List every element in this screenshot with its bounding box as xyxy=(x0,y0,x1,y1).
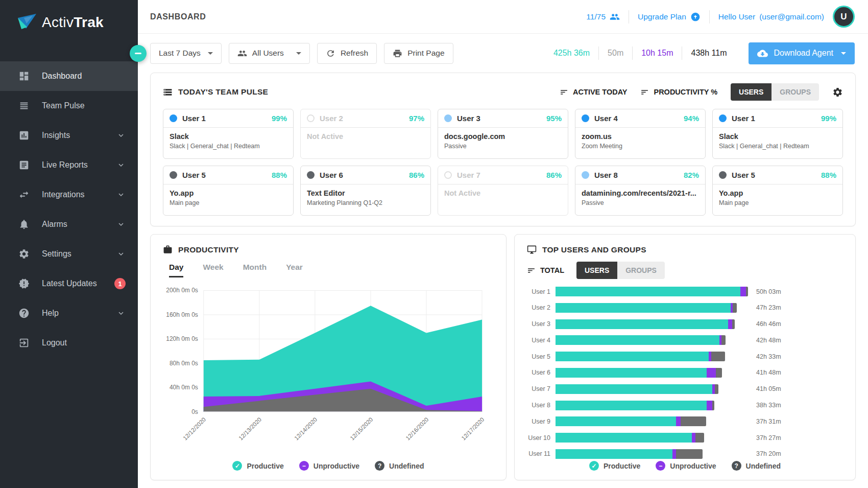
divider xyxy=(709,10,710,24)
sidebar-item-label: Team Pulse xyxy=(42,101,85,110)
pulse-card-user: User 5 xyxy=(182,171,206,179)
pulse-card-body: Yo.appMain page xyxy=(163,184,293,206)
bar-row: User 1037h 27m xyxy=(527,433,843,443)
toggle-users[interactable]: USERS xyxy=(576,262,617,279)
legend-item: −Unproductive xyxy=(656,461,716,471)
refresh-button[interactable]: Refresh xyxy=(317,43,377,64)
user-avatar[interactable]: U xyxy=(833,6,855,28)
pulse-card-body: Text EditorMarketing Planning Q1-Q2 xyxy=(301,184,430,206)
user-greeting-link[interactable]: Hello User (user@gmail.com) xyxy=(718,12,824,21)
bar-row-total: 38h 33m xyxy=(756,402,843,409)
top-users-panel: TOP USERS AND GROUPS TOTAL USERS GROUPS … xyxy=(514,234,856,480)
pulse-card[interactable]: User 199%SlackSlack | General_chat | Red… xyxy=(163,109,294,159)
bar-row-track xyxy=(556,416,748,426)
pulse-card[interactable]: User 786%Not Active xyxy=(438,166,568,216)
x-tick-label: 12/15/2020 xyxy=(349,416,374,441)
sidebar-item-team-pulse[interactable]: Team Pulse xyxy=(0,91,138,121)
pulse-card-detail: Slack | General_chat | Redteam xyxy=(170,143,287,150)
bar-segment-unproductive xyxy=(707,401,713,410)
bar-row-track xyxy=(556,319,748,329)
pulse-card-user: User 1 xyxy=(732,114,755,123)
y-tick-label: 160h 0m 0s xyxy=(166,311,198,318)
pulse-card-percent: 97% xyxy=(409,114,424,123)
inactive-dot-icon xyxy=(444,171,452,179)
pulse-card-percent: 86% xyxy=(409,171,424,179)
tab-day[interactable]: Day xyxy=(169,263,183,277)
tab-month[interactable]: Month xyxy=(243,263,267,277)
pulse-card-percent: 88% xyxy=(272,171,287,179)
y-tick-label: 80h 0m 0s xyxy=(170,360,198,367)
date-range-dropdown[interactable]: Last 7 Days xyxy=(150,43,222,64)
print-page-button[interactable]: Print Page xyxy=(384,43,453,64)
toggle-groups[interactable]: GROUPS xyxy=(771,83,819,101)
sidebar-item-live-reports[interactable]: Live Reports xyxy=(0,150,138,180)
toggle-users[interactable]: USERS xyxy=(731,83,771,101)
legend-unproductive-icon: − xyxy=(299,461,309,471)
sidebar-item-integrations[interactable]: Integrations xyxy=(0,180,138,210)
status-dot-icon xyxy=(444,114,452,122)
users-filter-dropdown[interactable]: All Users xyxy=(229,43,310,64)
bar-segment-productive xyxy=(556,449,672,459)
sidebar-item-help[interactable]: Help xyxy=(0,298,138,328)
sidebar-item-insights[interactable]: Insights xyxy=(0,121,138,150)
gear-icon[interactable] xyxy=(832,87,843,98)
tab-week[interactable]: Week xyxy=(203,263,223,277)
tab-year[interactable]: Year xyxy=(286,263,303,277)
download-agent-button[interactable]: Download Agent xyxy=(749,42,855,64)
x-tick-label: 12/13/2020 xyxy=(237,416,262,441)
sidebar-collapse-button[interactable] xyxy=(130,45,147,62)
bar-segment-productive xyxy=(556,352,709,361)
sidebar-item-settings[interactable]: Settings xyxy=(0,239,138,269)
bar-row-total: 50h 03m xyxy=(756,288,843,295)
time-value: 438h 11m xyxy=(682,49,735,58)
status-dot-icon xyxy=(307,171,315,179)
bar-row: User 442h 48m xyxy=(527,335,843,345)
pulse-card[interactable]: User 297%Not Active xyxy=(300,109,431,159)
pulse-card-body: Not Active xyxy=(438,184,568,197)
sidebar-item-dashboard[interactable]: Dashboard xyxy=(0,61,138,91)
bar-row-total: 42h 48m xyxy=(756,337,843,344)
sort-productivity[interactable]: PRODUCTIVITY % xyxy=(640,88,717,97)
pulse-card[interactable]: User 588%Yo.appMain page xyxy=(712,166,843,216)
sort-total[interactable]: TOTAL xyxy=(527,266,564,275)
pulse-card-percent: 95% xyxy=(546,114,562,123)
pulse-card-user: User 6 xyxy=(320,171,343,179)
pulse-card-body: zoom.usZoom Meeting xyxy=(575,128,705,150)
pulse-card[interactable]: User 686%Text EditorMarketing Planning Q… xyxy=(300,166,431,216)
legend-productive-icon: ✓ xyxy=(589,461,599,471)
sidebar-item-alarms[interactable]: Alarms xyxy=(0,210,138,239)
bar-segment-undefined xyxy=(711,352,725,361)
upgrade-plan-link[interactable]: Upgrade Plan xyxy=(638,12,701,22)
logout-icon xyxy=(18,337,30,348)
bar-segment-productive xyxy=(556,416,676,426)
pulse-card[interactable]: User 882%datamining.com/recents/2021-r..… xyxy=(575,166,706,216)
users-groups-toggle: USERS GROUPS xyxy=(576,262,665,279)
pulse-card-app: datamining.com/recents/2021-r... xyxy=(582,189,699,197)
sidebar-item-latest-updates[interactable]: Latest Updates1 xyxy=(0,269,138,298)
pulse-card[interactable]: User 588%Yo.appMain page xyxy=(163,166,294,216)
bar-segment-undefined xyxy=(721,335,726,345)
pulse-card[interactable]: User 494%zoom.usZoom Meeting xyxy=(575,109,706,159)
divider xyxy=(629,10,629,24)
logo-text: ActivTrak xyxy=(42,14,104,31)
sort-active-today[interactable]: ACTIVE TODAY xyxy=(560,88,627,97)
pulse-card-header: User 494% xyxy=(575,109,705,128)
toggle-groups[interactable]: GROUPS xyxy=(617,262,665,279)
legend-label: Unproductive xyxy=(670,462,716,470)
bar-row: User 247h 23m xyxy=(527,303,843,313)
briefcase-icon xyxy=(163,245,173,254)
pulse-card[interactable]: User 199%SlackSlack | General_chat | Red… xyxy=(712,109,843,159)
toolbar: Last 7 Days All Users Refresh Print Page… xyxy=(138,34,868,73)
productivity-title: PRODUCTIVITY xyxy=(178,245,239,254)
pulse-card[interactable]: User 395%docs.google.comPassive xyxy=(438,109,568,159)
sort-icon xyxy=(640,88,649,97)
sidebar-item-logout[interactable]: Logout xyxy=(0,328,138,358)
dashboard-icon xyxy=(18,71,30,82)
license-count-link[interactable]: 11/75 xyxy=(586,12,620,22)
bar-segment-productive xyxy=(556,433,692,443)
y-tick-label: 200h 0m 0s xyxy=(166,287,198,294)
pulse-card-header: User 199% xyxy=(163,109,293,128)
sidebar-item-label: Insights xyxy=(42,131,70,140)
time-summary: 425h 36m50m10h 15m438h 11m xyxy=(545,47,736,60)
content: TODAY'S TEAM PULSE ACTIVE TODAY PRODUCTI… xyxy=(138,73,868,488)
